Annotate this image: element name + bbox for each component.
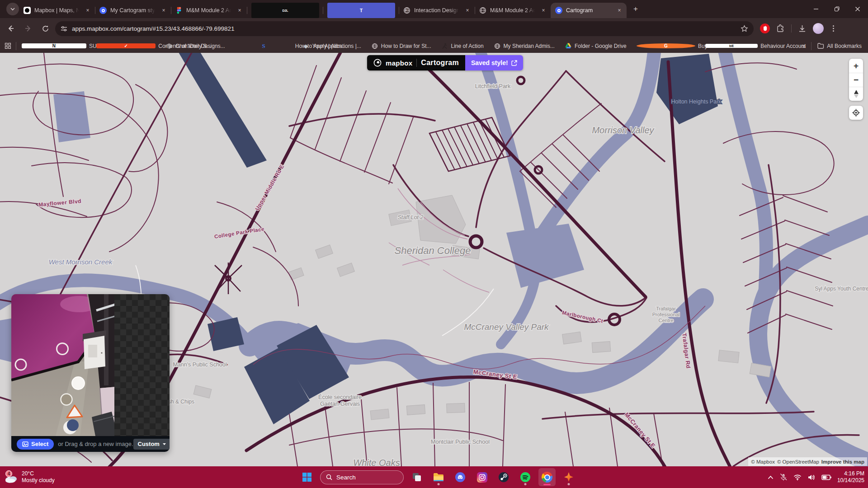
tab-close-icon[interactable]: × [84, 7, 91, 14]
tab-mm-module[interactable]: M&M Module 2 Activity 1 × [475, 3, 551, 18]
improve-map-link[interactable]: Improve this map [821, 459, 864, 465]
minimize-button[interactable] [806, 0, 826, 18]
bookmark-how-to-draw[interactable]: How to Draw for St... [371, 42, 431, 50]
saved-style-button[interactable]: Saved style! [465, 55, 523, 70]
red-wing-icon: ✓ [96, 43, 156, 48]
place-label: École secondaire [318, 394, 362, 400]
sparkle-app-button[interactable] [560, 468, 577, 486]
tab-title: Cartogram [566, 7, 612, 14]
new-tab-button[interactable]: + [629, 3, 642, 15]
bookmark-label: Folder - Google Drive [575, 43, 627, 49]
chevron-down-icon [162, 443, 166, 446]
steam-button[interactable] [495, 468, 512, 486]
tab-close-icon[interactable]: × [160, 7, 167, 14]
back-button[interactable] [5, 22, 17, 35]
all-bookmarks-button[interactable]: All Bookmarks [817, 42, 862, 50]
bookmark-my-sheridan[interactable]: My Sheridan Admis... [494, 42, 555, 50]
cube-icon [165, 42, 173, 50]
place-label: Gaétan-Gervais [320, 401, 360, 407]
bookmark-how-to-apply[interactable]: SHow to Apply | Adm... [235, 42, 292, 50]
profile-avatar[interactable] [813, 23, 824, 34]
reload-button[interactable] [39, 22, 52, 35]
map-zoom-controls: + − [849, 59, 863, 101]
tab-title: My Cartogram style | Map [110, 7, 156, 14]
windows-taskbar: 4 20°C Mostly cloudy Search [0, 466, 868, 488]
tab-mapbox-home[interactable]: Mapbox | Maps, Navigation × [19, 3, 95, 18]
osm-attribution-link[interactable]: © OpenStreetMap [777, 459, 819, 465]
zoom-out-button[interactable]: − [849, 73, 863, 87]
bookmark-buy-sell[interactable]: GBuy & Sell Online: P... [637, 43, 695, 49]
place-label: White Oaks [353, 458, 400, 466]
wifi-icon[interactable] [793, 474, 802, 480]
forward-button[interactable] [22, 22, 34, 35]
map-canvas[interactable]: Litchfield Park Morrison Valley Holton H… [0, 53, 868, 466]
tab-cartogram-active[interactable]: Cartogram × [551, 3, 627, 18]
bookmark-google-drive[interactable]: Folder - Google Drive [565, 42, 627, 50]
transparency-checkerboard [114, 294, 170, 436]
bookmark-label: Line of Action [451, 43, 484, 49]
file-explorer-icon [433, 473, 444, 482]
tab-close-icon[interactable]: × [540, 7, 547, 14]
bookmark-star-icon[interactable] [741, 25, 748, 33]
instagram-button[interactable] [473, 468, 491, 486]
file-explorer-button[interactable] [430, 468, 447, 486]
downloads-icon[interactable] [798, 24, 807, 33]
hidden-icons-chevron[interactable] [768, 475, 774, 479]
geolocate-button[interactable] [849, 106, 863, 120]
system-tray: 4:16 PM 10/14/2025 [768, 466, 864, 488]
bookmark-daily-s[interactable]: ✓Contents of "Daily S... [96, 43, 156, 49]
zoom-in-button[interactable]: + [849, 59, 863, 73]
tab-d2l-assignments[interactable]: D2L Assignments - DESN2742 × [247, 3, 323, 18]
restore-button[interactable] [826, 0, 847, 18]
mapbox-attribution-link[interactable]: © Mapbox [751, 459, 775, 465]
extensions-puzzle-icon[interactable] [776, 24, 785, 33]
start-button[interactable] [298, 468, 316, 486]
tab-close-icon[interactable]: × [616, 7, 623, 14]
palette-preset-dropdown[interactable]: Custom [133, 439, 170, 450]
place-label: Litchfield Park [475, 83, 511, 89]
task-view-button[interactable] [408, 468, 425, 486]
tab-teams[interactable]: T Teams and Channels | Gen × [323, 3, 399, 18]
tab-title: Interaction Design Week [414, 7, 460, 14]
taskbar-search-box[interactable]: Search [320, 470, 404, 484]
address-bar[interactable]: apps.mapbox.com/cartogram/#15.23/43.4688… [55, 21, 754, 36]
place-label: Syl Apps Youth Centre [815, 286, 868, 292]
bookmark-line-of-action[interactable]: Line of Action [441, 42, 484, 50]
image-icon [22, 441, 28, 447]
tab-close-icon[interactable]: × [464, 7, 471, 14]
tab-search-button[interactable] [6, 3, 19, 15]
weather-widget[interactable]: 4 20°C Mostly cloudy [5, 470, 55, 484]
drag-drop-hint: or Drag & drop a new image. [58, 441, 133, 447]
sheridan-s-icon: S [235, 42, 292, 50]
discord-button[interactable] [452, 468, 469, 486]
battery-charging-icon[interactable] [821, 474, 831, 480]
bookmark-your-applications[interactable]: ◆Your Applications |... [302, 42, 361, 50]
bookmark-character-designs[interactable]: Character Designs... [165, 42, 225, 50]
compass-button[interactable] [849, 87, 863, 101]
chrome-button[interactable] [538, 468, 556, 486]
place-label: Centre [658, 318, 673, 323]
place-label: Morrison Valley [592, 125, 654, 135]
close-window-button[interactable] [847, 0, 868, 18]
place-label: Mann's Public School [173, 361, 226, 368]
kebab-menu-icon[interactable] [830, 25, 837, 32]
adblock-extension-icon[interactable] [760, 23, 770, 33]
tab-interaction-design[interactable]: Interaction Design Week × [399, 3, 475, 18]
site-info-icon[interactable] [61, 25, 67, 32]
taskbar-clock[interactable]: 4:16 PM 10/14/2025 [837, 470, 864, 484]
select-label: Select [31, 441, 48, 447]
select-image-button[interactable]: Select [17, 439, 54, 450]
spotify-button[interactable] [517, 468, 534, 486]
microphone-muted-icon[interactable] [779, 473, 788, 481]
bookmark-suki[interactable]: NSUKI'S DISASTROUS... [22, 43, 86, 49]
bookmark-behaviour[interactable]: bEBehaviour Account [705, 43, 758, 49]
tab-figma-module[interactable]: M&M Module 2 Activity 1 × [171, 3, 247, 18]
weather-alert-badge: 4 [5, 470, 12, 477]
volume-icon[interactable] [807, 474, 816, 481]
tab-close-icon[interactable]: × [236, 7, 243, 14]
bookmarks-overflow-button[interactable]: » [802, 42, 806, 50]
taskbar-center: Search [298, 466, 577, 488]
place-label: Sheridan College [395, 245, 471, 256]
apps-grid-icon[interactable] [5, 42, 11, 49]
tab-cartogram-style[interactable]: My Cartogram style | Map × [95, 3, 171, 18]
